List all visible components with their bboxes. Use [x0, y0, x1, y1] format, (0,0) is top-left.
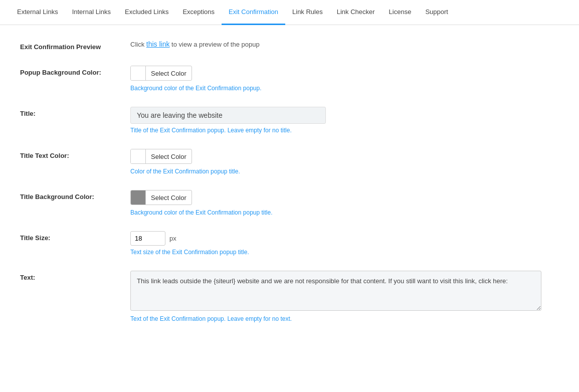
- title-control: Title of the Exit Confirmation popup. Le…: [130, 107, 531, 134]
- popup-bg-color-swatch: [131, 66, 146, 80]
- text-control: This link leads outside the {siteurl} we…: [130, 271, 541, 322]
- text-textarea[interactable]: This link leads outside the {siteurl} we…: [130, 271, 541, 311]
- nav-tabs: External Links Internal Links Excluded L…: [0, 0, 579, 25]
- text-label: Text:: [20, 271, 130, 281]
- title-text-color-btn-label: Select Color: [146, 153, 191, 160]
- title-bg-color-help: Background color of the Exit Confirmatio…: [130, 209, 531, 216]
- title-bg-color-control: Select Color Background color of the Exi…: [130, 190, 531, 216]
- title-text-color-control: Select Color Color of the Exit Confirmat…: [130, 149, 531, 175]
- title-text-color-row: Title Text Color: Select Color Color of …: [20, 149, 531, 175]
- preview-label: Exit Confirmation Preview: [20, 40, 130, 51]
- preview-link[interactable]: this link: [146, 40, 170, 48]
- tab-excluded-links[interactable]: Excluded Links: [118, 0, 175, 25]
- preview-row: Exit Confirmation Preview Click this lin…: [20, 40, 531, 51]
- title-bg-color-btn-label: Select Color: [146, 194, 191, 202]
- popup-bg-color-help: Background color of the Exit Confirmatio…: [130, 85, 531, 92]
- tab-link-checker[interactable]: Link Checker: [330, 0, 382, 25]
- popup-bg-color-btn-label: Select Color: [146, 70, 191, 77]
- title-bg-color-label: Title Background Color:: [20, 190, 130, 201]
- popup-bg-color-button[interactable]: Select Color: [130, 66, 192, 81]
- tab-license[interactable]: License: [382, 0, 419, 25]
- title-size-wrap: px: [130, 231, 531, 246]
- title-input[interactable]: [130, 107, 326, 124]
- text-help: Text of the Exit Confirmation popup. Lea…: [130, 315, 541, 322]
- popup-bg-color-row: Popup Background Color: Select Color Bac…: [20, 66, 531, 92]
- title-size-label: Title Size:: [20, 231, 130, 242]
- title-label: Title:: [20, 107, 130, 117]
- tab-exceptions[interactable]: Exceptions: [175, 0, 222, 25]
- title-bg-color-row: Title Background Color: Select Color Bac…: [20, 190, 531, 216]
- title-size-row: Title Size: px Text size of the Exit Con…: [20, 231, 531, 256]
- preview-text-after: to view a preview of the popup: [169, 41, 259, 48]
- tab-exit-confirmation[interactable]: Exit Confirmation: [222, 0, 285, 25]
- main-content: Exit Confirmation Preview Click this lin…: [0, 25, 551, 352]
- title-text-color-swatch: [131, 149, 146, 163]
- tab-support[interactable]: Support: [418, 0, 455, 25]
- title-size-help: Text size of the Exit Confirmation popup…: [130, 249, 531, 256]
- preview-control: Click this link to view a preview of the…: [130, 40, 531, 48]
- popup-bg-color-label: Popup Background Color:: [20, 66, 130, 76]
- title-bg-color-swatch: [131, 190, 146, 205]
- title-help: Title of the Exit Confirmation popup. Le…: [130, 127, 531, 134]
- title-size-control: px Text size of the Exit Confirmation po…: [130, 231, 531, 256]
- title-size-unit: px: [169, 235, 176, 242]
- preview-text-before: Click: [130, 41, 146, 48]
- title-text-color-help: Color of the Exit Confirmation popup tit…: [130, 168, 531, 175]
- tab-link-rules[interactable]: Link Rules: [285, 0, 330, 25]
- text-row: Text: This link leads outside the {siteu…: [20, 271, 531, 322]
- title-size-input[interactable]: [130, 231, 165, 246]
- tab-external-links[interactable]: External Links: [10, 0, 65, 25]
- title-row: Title: Title of the Exit Confirmation po…: [20, 107, 531, 134]
- popup-bg-color-control: Select Color Background color of the Exi…: [130, 66, 531, 92]
- title-bg-color-button[interactable]: Select Color: [130, 190, 192, 205]
- title-text-color-label: Title Text Color:: [20, 149, 130, 159]
- title-text-color-button[interactable]: Select Color: [130, 149, 192, 164]
- tab-internal-links[interactable]: Internal Links: [65, 0, 118, 25]
